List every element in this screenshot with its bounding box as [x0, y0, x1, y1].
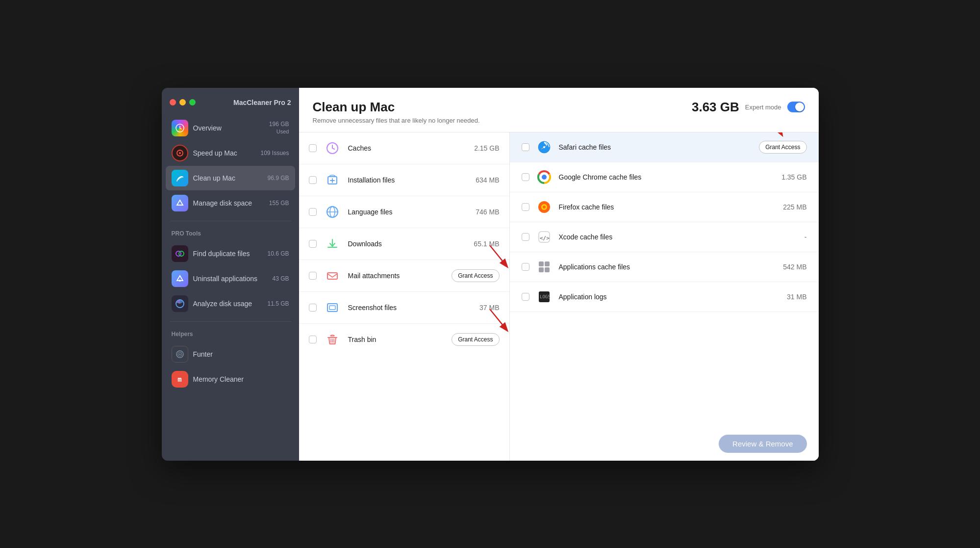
sidebar-badge-disk: 155 GB	[269, 200, 289, 207]
svg-rect-38	[545, 267, 550, 272]
fullscreen-button[interactable]	[189, 99, 196, 105]
file-item-screenshot: Screenshot files 37 MB	[299, 292, 509, 324]
language-icon	[324, 203, 341, 221]
chrome-size: 1.35 GB	[781, 173, 806, 181]
sidebar-item-funter[interactable]: Funter	[166, 342, 295, 366]
cache-item-safari: Safari cache files Grant Access	[510, 132, 819, 162]
minimize-button[interactable]	[179, 99, 186, 105]
sidebar-label-uninstall: Uninstall applications	[193, 275, 268, 283]
sidebar-item-uninstall[interactable]: Uninstall applications 43 GB	[166, 266, 295, 291]
duplicate-icon	[172, 245, 188, 262]
sidebar: MacCleaner Pro 2 Overview 196 GB Used	[162, 88, 299, 461]
expert-mode-label: Expert mode	[745, 104, 781, 111]
apps-icon	[536, 259, 552, 275]
expert-mode-toggle[interactable]	[787, 102, 805, 112]
content-area: Caches 2.15 GB Installation files 634	[299, 132, 819, 461]
safari-grant-button[interactable]: Grant Access	[759, 141, 806, 154]
sidebar-item-cleanup[interactable]: Clean up Mac 96.9 GB	[166, 166, 295, 190]
analyze-icon	[172, 295, 188, 312]
svg-rect-17	[327, 304, 337, 312]
svg-point-10	[179, 353, 180, 355]
downloads-label: Downloads	[348, 240, 467, 248]
installation-checkbox[interactable]	[309, 176, 317, 184]
sidebar-item-disk[interactable]: Manage disk space 155 GB	[166, 191, 295, 215]
disk-icon	[172, 195, 188, 211]
header-right: 3.63 GB Expert mode	[692, 100, 805, 115]
funter-icon	[172, 346, 188, 363]
mail-label: Mail attachments	[348, 272, 445, 280]
close-button[interactable]	[170, 99, 176, 105]
cleanup-icon	[172, 170, 188, 186]
main-header: Clean up Mac Remove unnecessary files th…	[299, 88, 819, 132]
safari-checkbox[interactable]	[522, 143, 529, 151]
caches-label: Caches	[348, 144, 468, 152]
xcode-size: -	[804, 233, 807, 241]
downloads-icon	[324, 235, 341, 253]
svg-text:LOGS: LOGS	[540, 294, 551, 299]
xcode-label: Xcode cache files	[559, 233, 798, 241]
svg-point-5	[179, 251, 184, 256]
svg-rect-35	[539, 261, 544, 266]
svg-point-32	[543, 206, 546, 209]
cache-item-xcode: </> Xcode cache files -	[510, 222, 819, 252]
sidebar-item-overview[interactable]: Overview 196 GB Used	[166, 116, 295, 140]
safari-label: Safari cache files	[559, 143, 753, 151]
xcode-checkbox[interactable]	[522, 233, 529, 241]
language-checkbox[interactable]	[309, 208, 317, 216]
language-size: 746 MB	[476, 208, 499, 216]
sidebar-item-memory[interactable]: m Memory Cleaner	[166, 367, 295, 391]
logs-size: 31 MB	[787, 293, 806, 301]
divider-2	[170, 321, 291, 322]
file-item-trash: Trash bin Grant Access	[299, 324, 509, 355]
mail-checkbox[interactable]	[309, 272, 317, 280]
mail-icon	[324, 267, 341, 285]
cache-item-logs: LOGS Application logs 31 MB	[510, 282, 819, 312]
screenshot-checkbox[interactable]	[309, 304, 317, 312]
app-title: MacCleaner Pro 2	[233, 99, 291, 106]
apps-checkbox[interactable]	[522, 263, 529, 271]
installation-label: Installation files	[348, 176, 469, 184]
caches-size: 2.15 GB	[474, 144, 499, 152]
file-item-installation: Installation files 634 MB	[299, 164, 509, 196]
sidebar-label-memory: Memory Cleaner	[193, 375, 289, 383]
svg-rect-18	[329, 306, 335, 310]
memory-icon: m	[172, 371, 188, 388]
apps-label: Applications cache files	[559, 263, 777, 271]
cache-item-apps: Applications cache files 542 MB	[510, 252, 819, 282]
firefox-checkbox[interactable]	[522, 203, 529, 211]
sidebar-item-analyze[interactable]: Analyze disk usage 11.5 GB	[166, 291, 295, 316]
sidebar-badge-analyze: 11.5 GB	[267, 300, 289, 307]
sidebar-helpers-section: Funter m Memory Cleaner	[162, 339, 299, 394]
logs-checkbox[interactable]	[522, 293, 529, 301]
sidebar-item-duplicate[interactable]: Find duplicate files 10.6 GB	[166, 241, 295, 266]
sidebar-badge-speedup: 109 Issues	[260, 150, 289, 157]
trash-checkbox[interactable]	[309, 336, 317, 343]
review-remove-button[interactable]: Review & Remove	[719, 435, 806, 453]
chrome-checkbox[interactable]	[522, 173, 529, 181]
downloads-checkbox[interactable]	[309, 240, 317, 248]
sidebar-label-overview: Overview	[193, 124, 264, 132]
svg-text:</>: </>	[540, 235, 550, 241]
sidebar-label-speedup: Speed up Mac	[193, 149, 256, 157]
sidebar-label-disk: Manage disk space	[193, 199, 264, 207]
xcode-icon: </>	[536, 229, 552, 245]
sidebar-label-funter: Funter	[193, 350, 289, 358]
svg-point-26	[543, 146, 545, 148]
file-item-caches: Caches 2.15 GB	[299, 132, 509, 164]
logs-label: Application logs	[559, 293, 780, 301]
caches-checkbox[interactable]	[309, 144, 317, 152]
sidebar-badge-duplicate: 10.6 GB	[267, 250, 289, 257]
main-content: Clean up Mac Remove unnecessary files th…	[299, 88, 819, 461]
logs-icon: LOGS	[536, 289, 552, 305]
helpers-header: Helpers	[162, 325, 299, 339]
sidebar-label-duplicate: Find duplicate files	[193, 250, 263, 258]
svg-point-6	[179, 280, 181, 282]
sidebar-badge-cleanup: 96.9 GB	[267, 175, 289, 182]
total-size: 3.63 GB	[692, 100, 739, 115]
sidebar-item-speedup[interactable]: Speed up Mac 109 Issues	[166, 141, 295, 165]
sidebar-pro-section: Find duplicate files 10.6 GB Uninstall a…	[162, 239, 299, 318]
uninstall-icon	[172, 270, 188, 287]
red-arrow-screenshot	[485, 307, 510, 336]
right-footer: Review & Remove	[510, 427, 819, 461]
right-panel: Safari cache files Grant Access	[510, 132, 819, 461]
